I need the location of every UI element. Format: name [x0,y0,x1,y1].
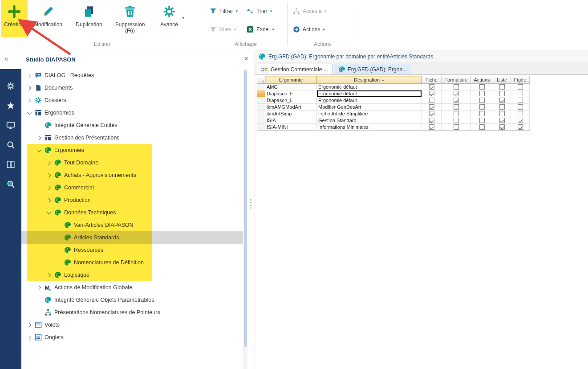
star-nav-button[interactable] [6,101,15,110]
checkbox-formulaire[interactable] [454,104,459,110]
checkbox-fiche[interactable] [429,98,434,103]
chevron-right-icon[interactable] [36,284,43,291]
checkbox-formulaire[interactable] [454,118,459,123]
grid-cell-ergonomie[interactable]: AMG [265,84,317,90]
grid-cell-figee[interactable] [511,90,530,97]
checkbox-liste[interactable] [499,111,505,116]
chevron-right-icon[interactable] [45,172,53,179]
grid-cell-figee[interactable] [511,117,530,124]
tree-item-dialog-requ-tes[interactable]: DIALOG : Requêtes [21,69,243,82]
tree-item-dossiers[interactable]: Dossiers [21,94,243,107]
grid-cell-actions[interactable] [471,111,493,117]
chevron-right-icon[interactable] [26,72,33,79]
checkbox-formulaire[interactable] [454,111,459,116]
grid-header-formulaire[interactable]: Formulaire [442,76,471,84]
grid-cell-fiche[interactable] [422,84,442,90]
grid-cell-liste[interactable] [493,97,511,104]
grid-cell-actions[interactable] [471,90,493,97]
tree-item-achats-approvisionnements[interactable]: Achats - Approvisionnements [21,169,243,181]
chevron-right-icon[interactable] [26,321,33,328]
grid-header-fiche[interactable]: Fiche [422,76,442,84]
trier-button[interactable]: Trier [245,6,276,16]
search-plus-nav-button[interactable] [6,180,15,189]
splitter-handle[interactable] [250,199,251,209]
sidebar-scrollbar[interactable] [243,69,247,369]
grid-cell-designation[interactable]: Gestion Standard [317,117,422,124]
grid-cell-figee[interactable] [511,124,530,131]
sidebar-collapse-button[interactable]: « [4,55,8,63]
chevron-down-icon[interactable] [45,209,53,216]
tab-erg-gfd[interactable]: Erg.GFD (GAD): Ergon... [334,64,411,74]
tree-item-documents[interactable]: Documents [21,82,243,94]
tree-item-ergonomies[interactable]: Ergonomies [21,107,243,119]
tree-item-vari-articles-diapason[interactable]: Vari-Articles DIAPASON [21,219,243,231]
tree-item-int-grit-g-n-rale-entit-s[interactable]: Intégrité Générale Entités [21,119,243,131]
chevron-down-icon[interactable] [36,147,43,154]
checkbox-actions[interactable] [479,124,485,130]
creation-button[interactable]: Création [2,2,27,39]
grid-cell-formulaire[interactable] [442,97,471,104]
checkbox-liste[interactable] [499,84,505,90]
checkbox-actions[interactable] [479,84,485,90]
checkbox-figee[interactable] [518,118,523,123]
checkbox-fiche[interactable] [429,118,434,123]
checkbox-actions[interactable] [479,118,485,123]
avance-button[interactable]: Avancé [151,2,187,39]
checkbox-fiche[interactable] [429,84,434,90]
checkbox-formulaire[interactable] [454,124,459,130]
grid-cell-formulaire[interactable] [442,117,471,124]
grid-cell-liste[interactable] [493,111,511,117]
chevron-right-icon[interactable] [45,159,53,166]
tab-gestion-commerciale[interactable]: Gestion Commerciale ... [257,64,333,74]
grid-cell-figee[interactable] [511,111,530,117]
grid-cell-fiche[interactable] [422,97,442,104]
monitor-nav-button[interactable] [6,121,15,130]
checkbox-figee[interactable] [518,98,523,103]
grid-cell-ergonomie[interactable]: ISIA [265,117,317,124]
dropdown-caret-icon[interactable] [182,16,184,20]
checkbox-fiche[interactable] [429,104,434,110]
excel-button[interactable]: Excel [245,24,276,35]
row-selector[interactable] [257,97,265,104]
checkbox-liste[interactable] [499,124,505,130]
tree-item-donn-es-techniques[interactable]: Données Techniques [21,206,243,219]
grid-cell-ergonomie[interactable]: Diapason_L [265,97,317,104]
grid-cell-ergonomie[interactable]: ikmAMGModArt [265,104,317,111]
grid-header-ergonomie[interactable]: Ergonomie [265,76,317,84]
tree-item-logistique[interactable]: Logistique [21,269,243,281]
checkbox-figee[interactable] [518,84,523,90]
grid-cell-figee[interactable] [511,84,530,90]
grid-header-figee[interactable]: Figée [511,76,530,84]
checkbox-liste[interactable] [499,104,505,110]
chevron-right-icon[interactable] [26,97,33,104]
checkbox-figee[interactable] [518,111,523,116]
grid-cell-actions[interactable] [471,117,493,124]
chevron-right-icon[interactable] [45,271,53,279]
chevron-right-icon[interactable] [45,184,53,191]
tree-item-commercial[interactable]: Commercial [21,181,243,194]
tree-item-articles-standards[interactable]: Articles Standards [21,231,243,244]
grid-cell-formulaire[interactable] [442,90,471,97]
grid-cell-figee[interactable] [511,97,530,104]
grid-cell-designation[interactable]: Ergonomie défaut [317,84,422,90]
grid-header-actions[interactable]: Actions [471,76,493,84]
checkbox-formulaire[interactable] [454,98,459,103]
tree-item-ressources[interactable]: Ressources [21,244,243,256]
tree-item-gestion-des-pr-sentations[interactable]: Gestion des Présentations [21,131,243,144]
grid-cell-formulaire[interactable] [442,124,471,131]
checkbox-fiche[interactable] [429,124,434,130]
duplication-button[interactable]: Duplication [69,2,109,39]
chevron-right-icon[interactable] [26,334,33,341]
suppression-button[interactable]: Suppression (F6) [109,2,151,39]
panel-splitter[interactable] [247,69,255,369]
grid-cell-liste[interactable] [493,90,511,97]
grid-cell-formulaire[interactable] [442,104,471,111]
grid-cell-fiche[interactable] [422,117,442,124]
grid-cell-formulaire[interactable] [442,84,471,90]
checkbox-liste[interactable] [499,98,505,103]
actions-button[interactable]: Actions [291,24,328,35]
checkbox-liste[interactable] [499,91,505,96]
grid-corner-cell[interactable] [257,76,265,84]
grid-cell-actions[interactable] [471,84,493,90]
tree-item-production[interactable]: Production [21,194,243,206]
